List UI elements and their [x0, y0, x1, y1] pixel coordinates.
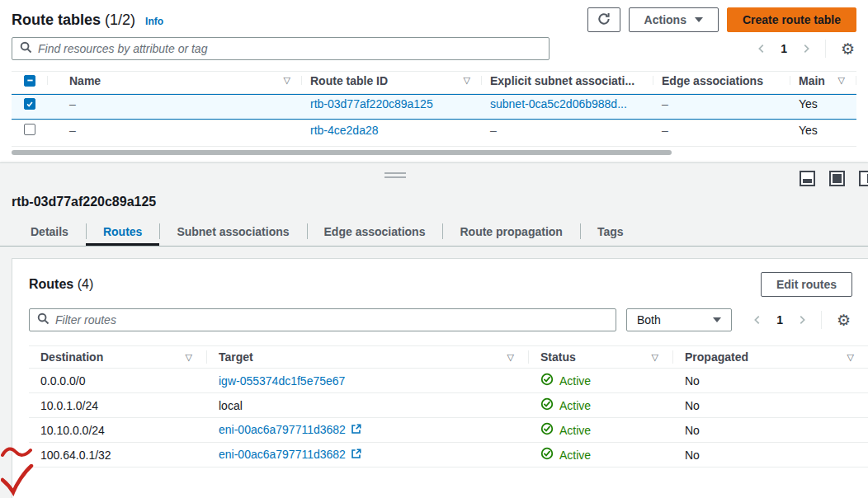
target-link[interactable]: eni-00ac6a797711d3682	[219, 423, 346, 436]
status-badge: Active	[559, 374, 591, 388]
sort-icon[interactable]: ▽	[186, 352, 192, 363]
external-link-icon	[351, 424, 361, 437]
column-header-edge-associations[interactable]: Edge associations	[653, 72, 790, 89]
cell-name: –	[48, 97, 302, 110]
detail-panel-title: rtb-03d77af220c89a125	[12, 195, 868, 209]
route-row: 0.0.0.0/0 igw-055374dc1f5e75e67 Active N…	[29, 369, 868, 393]
cell-propagated: No	[673, 449, 868, 462]
routes-card: Routes (4) Edit routes Both	[12, 258, 868, 498]
column-header-target[interactable]: Target ▽	[207, 346, 529, 368]
routes-table: Destination ▽ Target ▽ Status ▽ Propagat…	[29, 345, 868, 467]
page-title: Route tables (1/2)	[12, 12, 135, 29]
cell-edge-associations: –	[653, 97, 790, 110]
routes-settings-button[interactable]: ⚙	[835, 312, 852, 328]
layout-bottom-panel-icon[interactable]	[800, 171, 815, 186]
column-header-propagated[interactable]: Propagated ▽	[673, 346, 868, 368]
status-active-icon	[540, 447, 554, 463]
cell-main: Yes	[790, 97, 856, 110]
status-active-icon	[540, 422, 554, 438]
edit-routes-button[interactable]: Edit routes	[761, 272, 852, 297]
cell-propagated: No	[673, 399, 868, 412]
sort-icon[interactable]: ▽	[652, 352, 658, 363]
route-filter-select[interactable]: Both	[626, 308, 732, 331]
sort-icon[interactable]: ▽	[284, 75, 290, 86]
cell-main: Yes	[790, 124, 856, 137]
panel-resize-handle[interactable]	[384, 172, 406, 181]
select-all-checkbox[interactable]	[24, 75, 35, 87]
search-input[interactable]	[38, 42, 541, 55]
pagination: 1 ⚙	[756, 40, 856, 58]
tab-routes[interactable]: Routes	[86, 217, 159, 246]
resource-search[interactable]	[12, 37, 550, 60]
table-toolbar: 1 ⚙	[12, 37, 856, 60]
routes-filter-input[interactable]	[55, 313, 608, 327]
routes-pagination: 1 ⚙	[752, 311, 852, 329]
column-header-explicit-subnet[interactable]: Explicit subnet associati...	[482, 72, 653, 89]
cell-propagated: No	[673, 374, 868, 388]
previous-page-button[interactable]	[752, 314, 763, 326]
row-checkbox[interactable]	[24, 98, 35, 110]
row-checkbox[interactable]	[24, 124, 35, 135]
routes-filter[interactable]	[29, 308, 616, 331]
routes-header-row: Destination ▽ Target ▽ Status ▽ Propagat…	[29, 345, 868, 369]
previous-page-button[interactable]	[756, 43, 767, 54]
next-page-button[interactable]	[796, 314, 808, 326]
refresh-button[interactable]	[587, 7, 620, 32]
scrollbar-thumb[interactable]	[12, 150, 672, 155]
horizontal-scrollbar	[12, 149, 856, 156]
target-link[interactable]: igw-055374dc1f5e75e67	[219, 374, 345, 388]
cell-target: local	[207, 399, 529, 412]
column-header-main[interactable]: Main ▽	[790, 72, 856, 89]
tab-edge-associations[interactable]: Edge associations	[307, 217, 443, 246]
layout-full-panel-icon[interactable]	[829, 171, 845, 186]
status-active-icon	[540, 397, 554, 413]
tab-tags[interactable]: Tags	[580, 217, 641, 246]
sort-icon[interactable]: ▽	[507, 352, 514, 363]
column-header-route-table-id[interactable]: Route table ID ▽	[302, 72, 482, 89]
route-row: 10.10.0.0/24 eni-00ac6a797711d3682 Activ…	[29, 418, 868, 443]
tab-subnet-associations[interactable]: Subnet associations	[159, 217, 306, 246]
tab-route-propagation[interactable]: Route propagation	[442, 217, 579, 246]
layout-side-panel-icon[interactable]	[859, 171, 868, 186]
routes-title: Routes (4)	[29, 277, 93, 292]
sort-icon[interactable]: ▽	[464, 75, 470, 86]
route-table-id-link[interactable]: rtb-03d77af220c89a125	[310, 97, 433, 110]
chevron-down-icon	[695, 17, 703, 22]
cell-destination: 0.0.0.0/0	[29, 374, 207, 388]
actions-button[interactable]: Actions	[629, 7, 719, 32]
cell-destination: 100.64.0.1/32	[29, 449, 207, 462]
table-header-row: Name ▽ Route table ID ▽ Explicit subnet …	[12, 71, 856, 94]
status-badge: Active	[559, 449, 591, 462]
create-route-table-button[interactable]: Create route table	[727, 7, 856, 32]
route-tables-section: Route tables (1/2) Info Actions Create r…	[0, 0, 868, 156]
cell-explicit-subnet: –	[482, 124, 653, 137]
route-table-id-link[interactable]: rtb-4ce2da28	[310, 124, 379, 137]
current-page: 1	[781, 42, 787, 55]
next-page-button[interactable]	[800, 43, 812, 54]
sort-icon[interactable]: ▽	[838, 75, 845, 86]
column-header-status[interactable]: Status ▽	[529, 346, 673, 368]
route-tables-table: Name ▽ Route table ID ▽ Explicit subnet …	[12, 71, 856, 156]
select-all-cell	[12, 72, 48, 89]
table-row[interactable]: – rtb-4ce2da28 – – Yes	[12, 120, 856, 147]
column-header-destination[interactable]: Destination ▽	[29, 346, 207, 368]
detail-tabs: Details Routes Subnet associations Edge …	[0, 217, 868, 247]
selection-count: (1/2)	[105, 12, 135, 28]
status-badge: Active	[559, 399, 591, 412]
sort-icon[interactable]: ▽	[847, 352, 854, 363]
search-icon	[20, 41, 32, 56]
routes-count: (4)	[78, 277, 94, 291]
target-link[interactable]: eni-00ac6a797711d3682	[219, 448, 346, 461]
table-row[interactable]: – rtb-03d77af220c89a125 subnet-0ca5c2d06…	[12, 94, 856, 120]
info-link[interactable]: Info	[145, 16, 163, 27]
cell-edge-associations: –	[653, 124, 790, 137]
route-row: 100.64.0.1/32 eni-00ac6a797711d3682 Acti…	[29, 443, 868, 467]
tab-details[interactable]: Details	[13, 217, 86, 246]
cell-name: –	[48, 124, 302, 137]
cell-propagated: No	[673, 424, 868, 437]
search-icon	[37, 312, 50, 327]
column-header-name[interactable]: Name ▽	[48, 72, 302, 89]
subnet-association-link[interactable]: subnet-0ca5c2d06b988d...	[490, 97, 627, 110]
table-settings-button[interactable]: ⚙	[839, 41, 856, 57]
detail-split-panel: rtb-03d77af220c89a125 Details Routes Sub…	[0, 162, 868, 498]
